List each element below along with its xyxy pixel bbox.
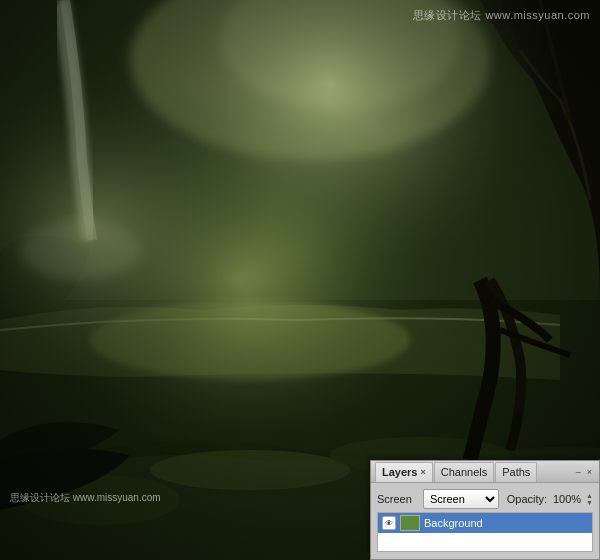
panel-header: Layers × Channels Paths – × (371, 461, 599, 483)
tab-layers-close[interactable]: × (420, 467, 425, 477)
layer-visibility-eye[interactable]: 👁 (382, 516, 396, 530)
opacity-up-arrow[interactable]: ▲ (586, 492, 593, 499)
opacity-value: 100% (551, 493, 581, 505)
tab-paths-label: Paths (502, 466, 530, 478)
tab-channels[interactable]: Channels (434, 462, 494, 482)
tab-layers[interactable]: Layers × (375, 462, 433, 482)
tab-paths[interactable]: Paths (495, 462, 537, 482)
tab-channels-label: Channels (441, 466, 487, 478)
opacity-down-arrow[interactable]: ▼ (586, 499, 593, 506)
layer-thumbnail (400, 515, 420, 531)
layer-item[interactable]: 👁 Background (378, 513, 592, 533)
layer-list: 👁 Background (377, 512, 593, 552)
blend-opacity-row: Screen Screen Normal Multiply Overlay Op… (377, 489, 593, 509)
layers-panel: Layers × Channels Paths – × Screen Scree… (370, 460, 600, 560)
blend-mode-select[interactable]: Screen Normal Multiply Overlay (423, 489, 499, 509)
opacity-stepper[interactable]: ▲ ▼ (586, 492, 593, 506)
blend-mode-label: Screen (377, 493, 419, 505)
tab-layers-label: Layers (382, 466, 417, 478)
panel-minimize-button[interactable]: – (573, 467, 584, 477)
main-canvas: 思缘设计论坛 www.missyuan.com 思缘设计论坛 www.missy… (0, 0, 600, 560)
panel-close-button[interactable]: × (584, 467, 595, 477)
watermark-top: 思缘设计论坛 www.missyuan.com (413, 8, 590, 23)
eye-icon: 👁 (385, 519, 393, 528)
panel-body: Screen Screen Normal Multiply Overlay Op… (371, 483, 599, 556)
watermark-bottom: 思缘设计论坛 www.missyuan.com (10, 491, 161, 505)
layer-name: Background (424, 517, 483, 529)
opacity-label: Opacity: (507, 493, 547, 505)
